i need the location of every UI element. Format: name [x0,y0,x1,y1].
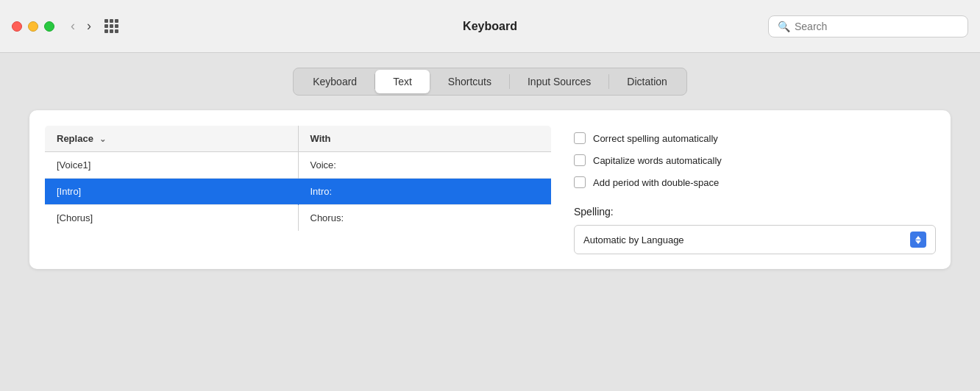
capitalize-words-row: Capitalize words automatically [574,154,936,166]
spelling-heading: Spelling: [574,206,936,218]
tab-keyboard[interactable]: Keyboard [295,70,374,93]
replace-column-header[interactable]: Replace ⌄ [45,126,299,152]
spelling-section: Spelling: Automatic by Language [574,206,936,254]
table-header-row: Replace ⌄ With [45,126,552,152]
tab-input-sources[interactable]: Input Sources [510,70,608,93]
with-cell: Chorus: [298,205,552,232]
tab-text[interactable]: Text [375,70,430,93]
arrow-up-icon [915,236,921,240]
arrow-down-icon [915,240,921,244]
correct-spelling-checkbox[interactable] [574,132,586,144]
table-row[interactable]: [Intro]Intro: [45,179,552,205]
window-title: Keyboard [463,20,517,33]
capitalize-words-checkbox[interactable] [574,154,586,166]
add-period-checkbox[interactable] [574,176,586,188]
sort-arrow-icon: ⌄ [99,134,106,143]
options-section: Correct spelling automatically Capitaliz… [574,125,936,254]
replacements-table: Replace ⌄ With [Voice1]Voice:[Intro]Intr… [44,125,552,232]
correct-spelling-row: Correct spelling automatically [574,132,936,144]
app-grid-button[interactable] [102,16,121,36]
grid-icon [104,19,118,33]
correct-spelling-label: Correct spelling automatically [593,133,718,144]
replace-cell: [Voice1] [45,152,299,179]
dropdown-arrows-icon [910,232,926,248]
replace-cell: [Chorus] [45,205,299,232]
add-period-label: Add period with double-space [593,177,719,188]
titlebar: ‹ › Keyboard 🔍 [0,0,980,53]
capitalize-words-label: Capitalize words automatically [593,155,722,166]
traffic-lights [12,21,54,32]
spelling-dropdown-value: Automatic by Language [583,234,684,245]
forward-button[interactable]: › [82,15,96,37]
table-row[interactable]: [Voice1]Voice: [45,152,552,179]
maximize-button[interactable] [44,21,54,32]
search-bar[interactable]: 🔍 [768,15,968,37]
table-body: [Voice1]Voice:[Intro]Intro:[Chorus]Choru… [45,152,552,232]
minimize-button[interactable] [28,21,38,32]
spelling-dropdown[interactable]: Automatic by Language [574,225,936,254]
with-label: With [310,133,331,144]
nav-buttons: ‹ › [66,15,96,37]
tab-shortcuts[interactable]: Shortcuts [430,70,509,93]
back-button[interactable]: ‹ [66,15,79,37]
content-panel: Replace ⌄ With [Voice1]Voice:[Intro]Intr… [29,110,951,269]
search-icon: 🔍 [778,21,790,32]
tabs-container: Keyboard Text Shortcuts Input Sources Di… [29,68,951,96]
replace-cell: [Intro] [45,179,299,205]
search-input[interactable] [795,21,959,32]
with-cell: Voice: [298,152,552,179]
tab-dictation[interactable]: Dictation [609,70,684,93]
tab-bar: Keyboard Text Shortcuts Input Sources Di… [293,68,687,96]
main-content: Keyboard Text Shortcuts Input Sources Di… [0,53,980,391]
with-column-header[interactable]: With [298,126,552,152]
text-replacements-table: Replace ⌄ With [Voice1]Voice:[Intro]Intr… [44,125,552,254]
close-button[interactable] [12,21,22,32]
with-cell: Intro: [298,179,552,205]
add-period-row: Add period with double-space [574,176,936,188]
table-row[interactable]: [Chorus]Chorus: [45,205,552,232]
replace-label: Replace [57,133,93,144]
